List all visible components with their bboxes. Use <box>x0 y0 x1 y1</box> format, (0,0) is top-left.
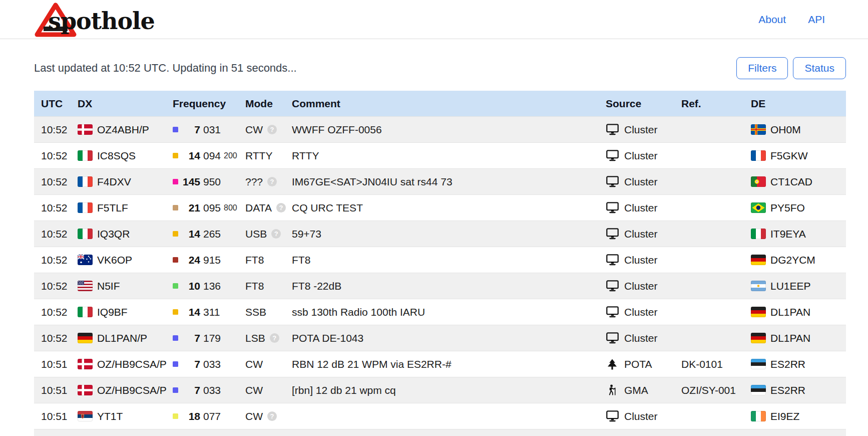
ref-cell <box>674 195 744 221</box>
source-label: Cluster <box>624 410 658 422</box>
comment-cell: ssb 130th Radio 100th IARU <box>285 299 599 325</box>
freq-khz: 094 <box>203 150 221 162</box>
comment-cell: FT8 <box>285 247 599 273</box>
de-callsign[interactable]: OH0M <box>770 124 801 136</box>
spot-row: 10:51OZ/HB9CSA/P7033CWRBN 12 dB 21 WPM v… <box>34 351 846 377</box>
frequency-cell: 10136 <box>166 273 238 299</box>
dx-callsign[interactable]: IQ3QR <box>97 228 130 240</box>
freq-khz: 031 <box>203 124 221 136</box>
de-cell: DL1PAN <box>744 325 846 351</box>
source-label: Cluster <box>624 332 658 344</box>
mode-help-icon[interactable]: ? <box>267 125 277 134</box>
de-callsign[interactable]: DL1PAN <box>770 332 810 344</box>
de-callsign[interactable]: DG2YCM <box>770 254 815 266</box>
col-header-comment: Comment <box>285 91 599 117</box>
freq-mhz: 24 <box>178 254 200 266</box>
band-color-square <box>173 283 178 289</box>
spot-row: 10:52N5IF10136FT8FT8 -22dBClusterLU1EEP <box>34 273 846 299</box>
monitor-icon <box>606 176 619 187</box>
ref-cell <box>674 169 744 195</box>
nav-link-api[interactable]: API <box>808 14 825 26</box>
dx-callsign[interactable]: IQ9BF <box>97 306 128 318</box>
mode-cell: USB? <box>238 221 285 247</box>
utc-cell: 10:52 <box>34 325 71 351</box>
ref-cell <box>674 117 744 143</box>
nav-link-about[interactable]: About <box>758 14 786 26</box>
source-cell: Cluster <box>599 299 674 325</box>
mode-help-icon[interactable]: ? <box>270 333 279 343</box>
dx-cell: OZ4ABH/P <box>71 117 166 143</box>
spot-row: 10:52IC8SQS14094200RTTYRTTYClusterF5GKW <box>34 143 846 169</box>
frequency-cell: 18077 <box>166 403 238 429</box>
mode-help-icon[interactable]: ? <box>276 203 286 212</box>
spot-row: 10:51YT1T18077CW?ClusterEI9EZ <box>34 403 846 429</box>
dx-callsign[interactable]: F4DXV <box>97 176 131 188</box>
monitor-icon <box>606 254 619 266</box>
dx-callsign[interactable]: YT1T <box>97 410 123 422</box>
de-callsign[interactable]: IT9EYA <box>770 228 806 240</box>
dx-callsign[interactable]: OZ/HB9CSA/P <box>97 384 167 396</box>
comment-cell: 59+73 <box>285 221 599 247</box>
freq-mhz: 7 <box>178 384 200 396</box>
de-cell: F5GKW <box>744 143 846 169</box>
dx-callsign[interactable]: OZ/HB9CSA/P <box>97 358 167 370</box>
de-callsign[interactable]: LU1EEP <box>770 280 811 292</box>
dx-callsign[interactable]: DL1PAN/P <box>97 332 147 344</box>
monitor-icon <box>606 306 619 318</box>
band-color-square <box>173 153 178 158</box>
dx-cell: IQ3QR <box>71 221 166 247</box>
flag-icon-ireland <box>751 411 766 421</box>
filters-button[interactable]: Filters <box>736 57 788 79</box>
source-cell: Cluster <box>599 325 674 351</box>
dx-cell: DL1PAN/P <box>71 325 166 351</box>
de-callsign[interactable]: EI9EZ <box>770 410 799 422</box>
de-callsign[interactable]: PY5FO <box>770 202 805 214</box>
dx-callsign[interactable]: VK6OP <box>97 254 132 266</box>
mode-help-icon[interactable]: ? <box>267 411 277 421</box>
dx-callsign[interactable]: F5TLF <box>97 202 128 214</box>
flag-icon-germany <box>751 255 766 265</box>
mode-cell: DATA? <box>238 195 285 221</box>
freq-hz: 200 <box>224 151 237 160</box>
source-cell: Cluster <box>599 273 674 299</box>
utc-cell: 10:52 <box>34 273 71 299</box>
de-callsign[interactable]: CT1CAD <box>770 176 812 188</box>
dx-callsign[interactable]: N5IF <box>97 280 120 292</box>
mode-label: FT8 <box>245 254 264 266</box>
comment-cell: CQ URC TEST <box>285 195 599 221</box>
flag-icon-brazil <box>751 202 766 213</box>
source-label: GMA <box>624 384 648 396</box>
ref-cell <box>674 221 744 247</box>
source-cell: GMA <box>599 377 674 403</box>
band-color-square <box>173 179 178 184</box>
mode-help-icon[interactable]: ? <box>271 229 281 239</box>
freq-khz: 311 <box>203 306 220 318</box>
freq-khz: 179 <box>203 332 221 344</box>
dx-callsign[interactable]: OZ4ABH/P <box>97 124 149 136</box>
utc-cell: 10:51 <box>34 351 71 377</box>
dx-cell: IC8SQS <box>71 143 166 169</box>
utc-cell: 10:52 <box>34 195 71 221</box>
dx-cell: V6D <box>71 429 166 436</box>
status-button[interactable]: Status <box>793 57 846 79</box>
utc-cell: 10:51 <box>34 377 71 403</box>
de-cell: LU1EEP <box>744 273 846 299</box>
flag-icon-italy <box>751 229 766 239</box>
de-cell: CT1CAD <box>744 169 846 195</box>
flag-icon-denmark <box>78 359 93 369</box>
utc-cell: 10:52 <box>34 143 71 169</box>
flag-icon-italy <box>78 307 93 317</box>
de-callsign[interactable]: F5GKW <box>770 150 808 162</box>
de-cell: IT9EYA <box>744 221 846 247</box>
mode-help-icon[interactable]: ? <box>267 177 277 186</box>
dx-cell: OZ/HB9CSA/P <box>71 377 166 403</box>
de-callsign[interactable]: ES2RR <box>770 358 805 370</box>
de-callsign[interactable]: ES2RR <box>770 384 805 396</box>
dx-callsign[interactable]: IC8SQS <box>97 150 136 162</box>
freq-mhz: 18 <box>178 410 200 422</box>
source-cell: Cluster <box>599 143 674 169</box>
flag-icon-italy <box>78 229 93 239</box>
site-logo[interactable]: spothole <box>34 2 155 38</box>
de-callsign[interactable]: DL1PAN <box>770 306 810 318</box>
ref-cell <box>674 325 744 351</box>
